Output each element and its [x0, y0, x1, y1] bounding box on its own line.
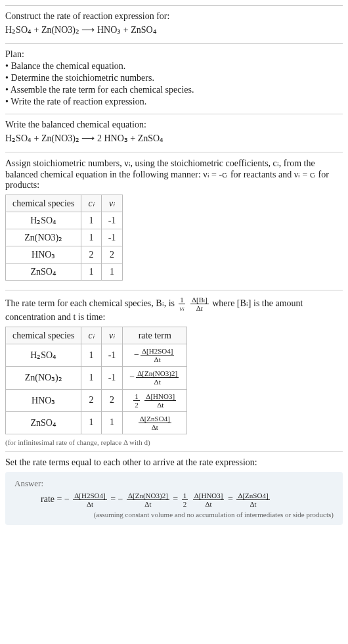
cell-v: -1 — [101, 229, 123, 246]
rate-frac: Δ[Zn(NO3)2]Δt — [136, 369, 179, 386]
rateterm-table: chemical species cᵢ νᵢ rate term H₂SO₄ 1… — [5, 327, 187, 434]
table-row: Zn(NO₃)₂ 1 -1 −Δ[Zn(NO3)2]Δt — [6, 367, 187, 389]
balanced-heading: Write the balanced chemical equation: — [5, 120, 343, 130]
stoich-table: chemical species cᵢ νᵢ H₂SO₄ 1 -1 Zn(NO3… — [5, 195, 123, 281]
cell-v: 1 — [101, 264, 123, 281]
cell-c: 2 — [81, 246, 101, 264]
intro-equation: H₂SO₄ + Zn(NO3)₂ ⟶ HNO₃ + ZnSO₄ — [5, 24, 343, 35]
cell-v: 1 — [101, 411, 123, 434]
cell-species: Zn(NO₃)₂ — [6, 367, 81, 389]
rate-frac-coef: 12 — [133, 392, 140, 409]
cell-species: HNO₃ — [6, 389, 81, 411]
col-species: chemical species — [6, 195, 81, 212]
rate-frac: Δ[Zn(NO3)2]Δt — [127, 492, 169, 508]
cell-rateterm: −Δ[H2SO4]Δt — [123, 344, 187, 367]
rateterm-intro-a: The rate term for each chemical species,… — [5, 298, 177, 308]
cell-species: HNO₃ — [6, 246, 81, 264]
cell-c: 1 — [81, 229, 101, 246]
plan-item: • Balance the chemical equation. — [5, 61, 343, 72]
stoich-intro: Assign stoichiometric numbers, νᵢ, using… — [5, 158, 343, 191]
plan-section: Plan: • Balance the chemical equation. •… — [5, 43, 343, 114]
table-row: ZnSO₄ 1 1 Δ[ZnSO4]Δt — [6, 411, 187, 434]
col-c: cᵢ — [81, 195, 101, 212]
answer-note: (assuming constant volume and no accumul… — [14, 511, 334, 518]
rateterm-section: The rate term for each chemical species,… — [5, 290, 343, 451]
cell-c: 1 — [81, 344, 101, 367]
plan-list: • Balance the chemical equation. • Deter… — [5, 61, 343, 107]
frac-dBi-dt: Δ[Bᵢ]Δt — [190, 296, 209, 312]
cell-c: 1 — [81, 212, 101, 229]
rate-frac: Δ[H2SO4]Δt — [73, 492, 106, 508]
cell-rateterm: −Δ[Zn(NO3)2]Δt — [123, 367, 187, 389]
rate-frac: Δ[ZnSO4]Δt — [139, 415, 171, 431]
rate-frac-coef: 12 — [182, 492, 188, 508]
plan-item: • Assemble the rate term for each chemic… — [5, 85, 343, 95]
col-c: cᵢ — [81, 327, 101, 344]
table-row: HNO₃ 2 2 12 Δ[HNO3]Δt — [6, 389, 187, 411]
cell-c: 1 — [81, 367, 101, 389]
cell-species: H₂SO₄ — [6, 344, 81, 367]
stoich-section: Assign stoichiometric numbers, νᵢ, using… — [5, 152, 343, 290]
cell-c: 2 — [81, 389, 101, 411]
final-section: Set the rate terms equal to each other t… — [5, 451, 343, 530]
cell-rateterm: 12 Δ[HNO3]Δt — [123, 389, 187, 411]
rate-frac: Δ[H2SO4]Δt — [141, 347, 174, 363]
plan-heading: Plan: — [5, 49, 343, 60]
rate-label: rate = − — [41, 494, 70, 504]
answer-label: Answer: — [14, 478, 334, 489]
col-species: chemical species — [6, 327, 81, 344]
col-v: νᵢ — [101, 327, 123, 344]
rate-expression: rate = − Δ[H2SO4]Δt = − Δ[Zn(NO3)2]Δt = … — [41, 492, 334, 508]
table-header-row: chemical species cᵢ νᵢ — [6, 195, 123, 212]
cell-species: ZnSO₄ — [6, 411, 81, 434]
cell-species: ZnSO₄ — [6, 264, 81, 281]
cell-c: 1 — [81, 264, 101, 281]
col-v: νᵢ — [101, 195, 123, 212]
rateterm-intro: The rate term for each chemical species,… — [5, 296, 343, 323]
table-row: HNO₃ 2 2 — [6, 246, 123, 264]
balanced-equation: H₂SO₄ + Zn(NO3)₂ ⟶ 2 HNO₃ + ZnSO₄ — [5, 133, 343, 144]
rate-frac: Δ[HNO3]Δt — [144, 392, 176, 409]
cell-v: -1 — [101, 212, 123, 229]
table-row: ZnSO₄ 1 1 — [6, 264, 123, 281]
cell-c: 1 — [81, 411, 101, 434]
table-row: H₂SO₄ 1 -1 — [6, 212, 123, 229]
table-row: Zn(NO3)₂ 1 -1 — [6, 229, 123, 246]
eq-sep: = — [228, 494, 235, 504]
frac-1-over-nu: 1νᵢ — [179, 296, 186, 312]
intro-prompt: Construct the rate of reaction expressio… — [5, 11, 343, 22]
col-rateterm: rate term — [123, 327, 187, 344]
cell-v: 2 — [101, 389, 123, 411]
cell-v: -1 — [101, 367, 123, 389]
cell-rateterm: Δ[ZnSO4]Δt — [123, 411, 187, 434]
eq-sep: = − — [110, 494, 123, 504]
table-header-row: chemical species cᵢ νᵢ rate term — [6, 327, 187, 344]
plan-item: • Determine the stoichiometric numbers. — [5, 73, 343, 83]
cell-v: -1 — [101, 344, 123, 367]
final-heading: Set the rate terms equal to each other t… — [5, 457, 343, 468]
balanced-section: Write the balanced chemical equation: H₂… — [5, 114, 343, 152]
rate-frac: Δ[ZnSO4]Δt — [236, 492, 269, 508]
table-row: H₂SO₄ 1 -1 −Δ[H2SO4]Δt — [6, 344, 187, 367]
cell-species: Zn(NO3)₂ — [6, 229, 81, 246]
rateterm-note: (for infinitesimal rate of change, repla… — [5, 438, 343, 446]
eq-sep: = — [173, 494, 180, 504]
cell-species: H₂SO₄ — [6, 212, 81, 229]
cell-v: 2 — [101, 246, 123, 264]
plan-item: • Write the rate of reaction expression. — [5, 97, 343, 107]
intro-section: Construct the rate of reaction expressio… — [5, 5, 343, 43]
rate-frac: Δ[HNO3]Δt — [193, 492, 225, 508]
answer-box: Answer: rate = − Δ[H2SO4]Δt = − Δ[Zn(NO3… — [5, 472, 343, 525]
